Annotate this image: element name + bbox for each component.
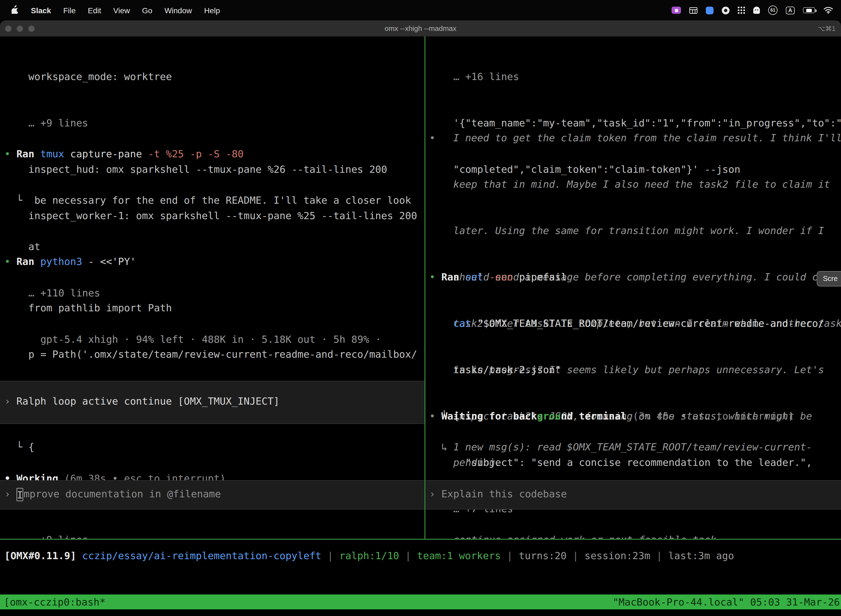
inject-banner-line: › Ralph loop active continue [OMX_TMUX_I… (0, 381, 424, 409)
record-stop-icon (675, 9, 678, 12)
minimize-button[interactable] (16, 25, 23, 32)
prompt-chevron-icon: › (4, 488, 16, 500)
command-line: • Ran tmux capture-pane -t %25 -p -S -80 (4, 146, 424, 162)
omx-turns: turns:20 (519, 550, 567, 561)
bullet-icon: • (4, 255, 16, 267)
command-name: cat (453, 317, 477, 329)
command-args: - <<'PY' (88, 255, 136, 267)
terminal-line: workspace_mode: worktree (4, 69, 424, 84)
command-flags: -t %25 -p -S -80 (148, 148, 244, 160)
menu-app-name[interactable]: Slack (25, 6, 57, 15)
command-name: set (465, 271, 489, 283)
command-string: "$OMX_TEAM_STATE_ROOT/team/review-curren… (477, 317, 824, 329)
bullet-icon: • (429, 271, 441, 283)
window-title-bar[interactable]: omx --xhigh --madmax ⌥⌘1 (0, 21, 841, 37)
app-grid-icon[interactable] (738, 7, 745, 14)
apple-icon (12, 5, 19, 14)
menu-bar-status-icons: 61 A (672, 6, 841, 15)
round-app-icon[interactable] (722, 6, 730, 14)
menu-bar-left: Slack File Edit View Go Window Help (0, 5, 226, 15)
collapsed-lines-indicator: … +16 lines (429, 69, 841, 84)
omx-session-path: cczip/essay/ai-reimplementation-copyleft (82, 550, 321, 561)
menu-go[interactable]: Go (136, 6, 158, 15)
prompt-line[interactable]: › Explain this codebase (425, 481, 841, 502)
prompt-input-left[interactable]: › Improve documentation in @filename (0, 480, 424, 509)
command-flags: -euo (489, 271, 519, 283)
prompt-input-right[interactable]: › Explain this codebase (425, 480, 841, 509)
window-title: omx --xhigh --madmax (0, 24, 841, 32)
command-args: pipefail (519, 271, 567, 283)
left-status-block: gpt-5.4 xhigh · essay/ai-reimplementatio… (4, 517, 424, 539)
separator: | (321, 550, 339, 561)
omx-last-activity: last:3m ago (668, 550, 734, 561)
chevron-icon: › (4, 395, 16, 407)
command-body: cat "$OMX_TEAM_STATE_ROOT/team/review-cu… (429, 316, 841, 331)
command-output: └ be necessary for the end of the README… (4, 193, 424, 208)
command-body: from pathlib import Path (4, 300, 424, 316)
menu-window[interactable]: Window (158, 6, 198, 15)
ghost-app-icon[interactable] (753, 7, 760, 14)
command-name: tmux (40, 148, 70, 160)
zoom-button[interactable] (28, 25, 35, 32)
prompt-placeholder: Explain this codebase (441, 488, 567, 500)
separator: | (567, 550, 585, 561)
thinking-line: later. Using the same for transition mig… (429, 223, 841, 238)
hud-separator (0, 539, 841, 540)
prompt-placeholder: mprove documentation in @filename (23, 488, 221, 500)
omx-team-workers: team:1 workers (417, 550, 501, 561)
prompt-line[interactable]: › Improve documentation in @filename (0, 481, 424, 502)
battery-icon[interactable] (803, 7, 815, 13)
separator: | (651, 550, 668, 561)
thinking-text: I need to get the claim token from the c… (453, 132, 841, 144)
inject-banner: › Ralph loop active continue [OMX_TMUX_I… (0, 381, 424, 424)
menu-view[interactable]: View (107, 6, 136, 15)
battery-tip (815, 9, 816, 12)
menu-bar: Slack File Edit View Go Window Help 61 A (0, 0, 841, 21)
tmux-pane-right[interactable]: … +16 lines '{"team_name":"my-team","tas… (425, 37, 841, 539)
separator: | (399, 550, 417, 561)
menu-file[interactable]: File (57, 6, 82, 15)
command-body: p = Path('.omx/state/team/review-current… (4, 347, 424, 362)
terminal-window: omx --xhigh --madmax ⌥⌘1 workspace_mode:… (0, 21, 841, 616)
battery-fill (806, 9, 812, 12)
input-source-icon[interactable]: A (786, 6, 795, 14)
apple-menu[interactable] (6, 5, 25, 15)
omx-ralph-counter: ralph:1/10 (339, 550, 399, 561)
omx-session-time: session:23m (585, 550, 650, 561)
window-shortcut: ⌥⌘1 (818, 25, 841, 32)
wifi-icon[interactable] (823, 7, 833, 14)
message-text: 1 new msg(s): read $OMX_TEAM_STATE_ROOT/… (453, 441, 812, 453)
terminal-content: workspace_mode: worktree … +9 lines insp… (0, 37, 841, 616)
inject-banner-text: Ralph loop active continue [OMX_TMUX_INJ… (16, 395, 280, 407)
battery-percent-badge[interactable]: 61 (768, 6, 778, 15)
tmux-session-name: [omx-cczip0:bash* (0, 594, 105, 610)
message-line: ↳ 1 new msg(s): read $OMX_TEAM_STATE_ROO… (429, 439, 841, 455)
bullet-icon: • (429, 132, 453, 144)
right-status-block: gpt-5.4 xhigh · 94% left · 488K in · 5.1… (429, 517, 841, 539)
omx-status-line: [OMX#0.11.9] cczip/essay/ai-reimplementa… (4, 548, 841, 563)
pane-divider[interactable] (424, 37, 425, 539)
bullet-icon: • (4, 148, 16, 160)
ran-label: Ran (16, 255, 40, 267)
omx-version: [OMX#0.11.9] (4, 550, 82, 561)
screen-edge-overlay[interactable]: Scre (817, 271, 841, 286)
separator: | (501, 550, 519, 561)
ran-label: Ran (441, 271, 465, 283)
command-line: • Ran python3 - <<'PY' (4, 254, 424, 269)
grid-table-icon[interactable] (689, 7, 697, 13)
text-cursor: I (16, 488, 23, 501)
thinking-line: keep that in mind. Maybe I also need the… (429, 177, 841, 192)
tmux-host-clock: "MacBook-Pro-44.local" 05:03 31-Mar-26 (612, 594, 841, 610)
menu-edit[interactable]: Edit (82, 6, 107, 15)
close-button[interactable] (5, 25, 12, 32)
tmux-pane-left[interactable]: workspace_mode: worktree … +9 lines insp… (0, 37, 424, 539)
command-sub: capture-pane (70, 148, 148, 160)
command-name: python3 (40, 255, 88, 267)
raycast-icon[interactable] (706, 6, 714, 14)
screen-recording-indicator-icon[interactable] (672, 7, 681, 14)
menu-help[interactable]: Help (198, 6, 226, 15)
ran-label: Ran (16, 148, 40, 160)
arrow-icon: ↳ (441, 441, 453, 453)
command-line: • Ran set -euo pipefail (429, 269, 841, 285)
command-body: tasks/task-2.json" (429, 362, 841, 378)
